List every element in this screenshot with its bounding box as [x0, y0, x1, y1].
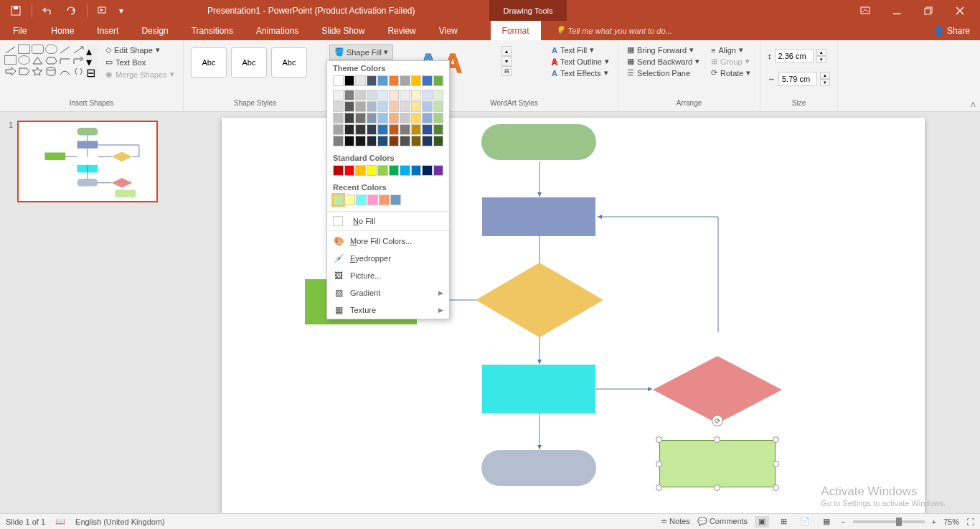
zoom-slider[interactable]	[853, 520, 925, 523]
tab-format[interactable]: Format	[491, 21, 541, 40]
zoom-slider-thumb[interactable]	[896, 518, 902, 526]
theme-shade-swatch[interactable]	[377, 113, 388, 123]
zoom-in-button[interactable]: +	[932, 518, 936, 526]
notes-button[interactable]: ≐ Notes	[661, 517, 690, 526]
wordart-gallery-down[interactable]: ▾	[501, 56, 512, 66]
theme-shade-swatch[interactable]	[333, 113, 344, 123]
theme-color-swatch[interactable]	[389, 75, 400, 86]
theme-shade-swatch[interactable]	[389, 113, 400, 123]
text-effects-button[interactable]: AText Effects ▾	[550, 67, 611, 78]
theme-shade-swatch[interactable]	[344, 113, 355, 123]
theme-shade-swatch[interactable]	[422, 136, 433, 146]
group-button[interactable]: ⊞Group ▾	[710, 56, 752, 67]
standard-color-swatch[interactable]	[377, 165, 388, 176]
shape-fill-button[interactable]: 🪣 Shape Fill ▾	[329, 45, 393, 60]
theme-shade-swatch[interactable]	[333, 90, 344, 100]
theme-shade-swatch[interactable]	[422, 113, 433, 123]
zoom-out-button[interactable]: −	[841, 518, 845, 526]
flowchart-selected-shape[interactable]	[659, 440, 776, 487]
sel-handle-se[interactable]	[773, 484, 779, 491]
theme-shade-swatch[interactable]	[422, 90, 433, 100]
shape-elbow-arrow-icon[interactable]	[72, 55, 85, 65]
send-backward-button[interactable]: ▦Send Backward ▾	[626, 56, 701, 67]
theme-shade-swatch[interactable]	[367, 90, 377, 100]
shape-style-1[interactable]: Abc	[191, 47, 227, 78]
theme-shade-swatch[interactable]	[400, 124, 410, 135]
shape-arrow-icon[interactable]	[72, 45, 85, 54]
shape-rect-icon[interactable]	[18, 45, 30, 54]
recent-color-swatch[interactable]	[344, 195, 355, 205]
theme-shade-swatch[interactable]	[377, 90, 388, 100]
shape-star-icon[interactable]	[32, 66, 44, 75]
theme-shade-swatch[interactable]	[411, 113, 422, 123]
theme-shade-swatch[interactable]	[333, 136, 344, 146]
ribbon-display-options-button[interactable]	[851, 2, 880, 19]
shape-bracket-icon[interactable]	[72, 66, 85, 75]
recent-color-swatch[interactable]	[390, 195, 401, 205]
theme-shade-swatch[interactable]	[344, 101, 355, 112]
standard-color-swatch[interactable]	[355, 165, 366, 176]
view-reading-button[interactable]: 📄	[798, 516, 812, 528]
flowchart-decision-2[interactable]	[653, 356, 782, 423]
sel-handle-s[interactable]	[714, 484, 720, 491]
bring-forward-button[interactable]: ▦Bring Forward ▾	[626, 45, 701, 55]
shape-height-input[interactable]	[775, 49, 814, 63]
status-language[interactable]: English (United Kingdom)	[75, 518, 165, 526]
shape-blockarrow-icon[interactable]	[4, 66, 17, 75]
sel-handle-e[interactable]	[773, 461, 779, 467]
theme-shade-swatch[interactable]	[377, 101, 388, 112]
theme-shade-swatch[interactable]	[433, 136, 444, 146]
standard-color-swatch[interactable]	[400, 165, 410, 176]
theme-shade-swatch[interactable]	[389, 90, 400, 100]
comments-button[interactable]: 💬 Comments	[697, 517, 748, 526]
shape-elbow-icon[interactable]	[59, 55, 71, 65]
recent-color-swatch[interactable]	[367, 195, 378, 205]
redo-button[interactable]	[61, 2, 81, 19]
theme-shade-swatch[interactable]	[411, 136, 422, 146]
undo-button[interactable]	[38, 2, 58, 19]
theme-shade-swatch[interactable]	[377, 124, 388, 135]
align-button[interactable]: ≡Align ▾	[710, 45, 752, 55]
theme-shade-swatch[interactable]	[367, 124, 377, 135]
theme-shade-swatch[interactable]	[389, 136, 400, 146]
width-up[interactable]: ▴	[820, 72, 830, 79]
close-button[interactable]	[946, 2, 974, 19]
eyedropper-item[interactable]: 💉Eyedropper	[327, 250, 449, 267]
theme-color-swatch[interactable]	[400, 75, 410, 86]
theme-shade-swatch[interactable]	[389, 101, 400, 112]
rotate-handle[interactable]: ⟳	[712, 415, 723, 426]
theme-shade-swatch[interactable]	[411, 90, 422, 100]
save-button[interactable]	[6, 2, 26, 19]
shape-gallery-down-icon[interactable]: ▾	[86, 55, 98, 65]
theme-shade-swatch[interactable]	[422, 124, 433, 135]
fit-to-window-button[interactable]: ⛶	[966, 518, 974, 526]
shape-line-icon[interactable]	[59, 45, 71, 54]
theme-color-swatch[interactable]	[433, 75, 444, 86]
selection-pane-button[interactable]: ☰Selection Pane	[626, 67, 701, 78]
tab-animations[interactable]: Animations	[245, 21, 310, 40]
shape-triangle-icon[interactable]	[32, 55, 44, 65]
standard-color-swatch[interactable]	[333, 165, 344, 176]
qat-customize-button[interactable]: ▾	[116, 2, 126, 19]
sel-handle-sw[interactable]	[656, 484, 662, 491]
theme-shade-swatch[interactable]	[422, 101, 433, 112]
standard-color-swatch[interactable]	[344, 165, 355, 176]
theme-shade-swatch[interactable]	[333, 101, 344, 112]
theme-shade-swatch[interactable]	[344, 90, 355, 100]
theme-shade-swatch[interactable]	[411, 101, 422, 112]
text-fill-button[interactable]: AText Fill ▾	[550, 45, 611, 55]
no-fill-item[interactable]: No Fill	[327, 213, 449, 229]
shape-square-icon[interactable]	[4, 55, 17, 65]
shape-hexagon-icon[interactable]	[45, 55, 57, 65]
gradient-fill-item[interactable]: ▨Gradient▶	[327, 284, 449, 301]
theme-shade-swatch[interactable]	[367, 113, 377, 123]
tell-me-search[interactable]: 💡 Tell me what you want to do...	[541, 21, 923, 40]
theme-shade-swatch[interactable]	[355, 136, 366, 146]
flowchart-process-3[interactable]	[482, 365, 595, 413]
theme-color-swatch[interactable]	[422, 75, 433, 86]
tab-view[interactable]: View	[428, 21, 469, 40]
shape-curve-icon[interactable]	[59, 66, 71, 75]
shape-gallery-more-icon[interactable]: ⊟	[86, 66, 98, 75]
zoom-level[interactable]: 75%	[943, 518, 959, 526]
view-sorter-button[interactable]: ⊞	[776, 516, 791, 528]
